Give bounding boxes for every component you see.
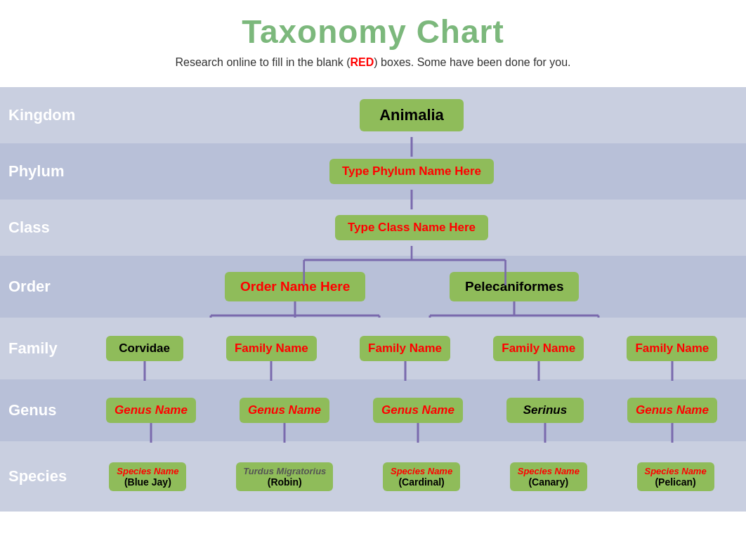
kingdom-row: Kingdom Animalia	[0, 87, 746, 143]
species5-common: (Pelican)	[644, 476, 707, 488]
class-row: Class Type Class Name Here	[0, 200, 746, 256]
species2-common: (Robin)	[243, 476, 326, 488]
family3-box: Family Name	[360, 336, 450, 361]
phylum-box: Type Phylum Name Here	[329, 159, 494, 184]
species1-cell: Species Name (Blue Jay)	[109, 462, 186, 491]
species5-sci: Species Name	[644, 466, 707, 476]
species4-cell: Species Name (Canary)	[510, 462, 587, 491]
species3-cell: Species Name (Cardinal)	[383, 462, 460, 491]
kingdom-box: Animalia	[360, 99, 464, 131]
order1-box: Order Name Here	[225, 272, 365, 301]
species5-box: Species Name (Pelican)	[637, 462, 714, 491]
species2-cell: Turdus Migratorius (Robin)	[236, 462, 333, 491]
species3-common: (Cardinal)	[390, 476, 453, 488]
phylum-label: Phylum	[0, 162, 77, 181]
genus5-box: Genus Name	[627, 398, 717, 423]
species4-common: (Canary)	[517, 476, 580, 488]
page-title: Taxonomy Chart	[0, 13, 746, 51]
chart-area: Kingdom Animalia Phylum Type Phylum Name…	[0, 87, 746, 512]
species1-common: (Blue Jay)	[116, 476, 179, 488]
family2-box: Family Name	[226, 336, 317, 361]
species-row: Species Species Name (Blue Jay) Turdus M…	[0, 441, 746, 512]
genus-row: Genus Genus Name Genus Name Genus Name S…	[0, 379, 746, 441]
family-row: Family Corvidae Family Name Family Name …	[0, 318, 746, 379]
genus-label: Genus	[0, 401, 77, 419]
genus4-box: Serinus	[506, 398, 584, 423]
subtitle: Research online to fill in the blank (RE…	[0, 56, 746, 69]
genus2-box: Genus Name	[240, 398, 329, 423]
kingdom-label: Kingdom	[0, 106, 77, 124]
species3-box: Species Name (Cardinal)	[383, 462, 460, 491]
genus3-box: Genus Name	[373, 398, 463, 423]
family5-box: Family Name	[627, 336, 717, 361]
species1-box: Species Name (Blue Jay)	[109, 462, 186, 491]
species1-sci: Species Name	[116, 466, 179, 476]
species4-box: Species Name (Canary)	[510, 462, 587, 491]
class-box: Type Class Name Here	[335, 215, 488, 240]
family-label: Family	[0, 339, 77, 358]
species3-sci: Species Name	[390, 466, 453, 476]
species2-box: Turdus Migratorius (Robin)	[236, 462, 333, 491]
class-label: Class	[0, 219, 77, 237]
species5-cell: Species Name (Pelican)	[637, 462, 714, 491]
order-row: Order Order Name Here	[0, 256, 746, 318]
family1-box: Corvidae	[106, 336, 183, 361]
species2-sci: Turdus Migratorius	[243, 466, 326, 476]
order2-box: Pelecaniformes	[450, 272, 579, 301]
order-label: Order	[0, 278, 77, 296]
species4-sci: Species Name	[517, 466, 580, 476]
phylum-row: Phylum Type Phylum Name Here	[0, 143, 746, 200]
family4-box: Family Name	[493, 336, 584, 361]
species-label: Species	[0, 467, 77, 486]
genus1-box: Genus Name	[106, 398, 196, 423]
page-header: Taxonomy Chart Research online to fill i…	[0, 0, 746, 74]
